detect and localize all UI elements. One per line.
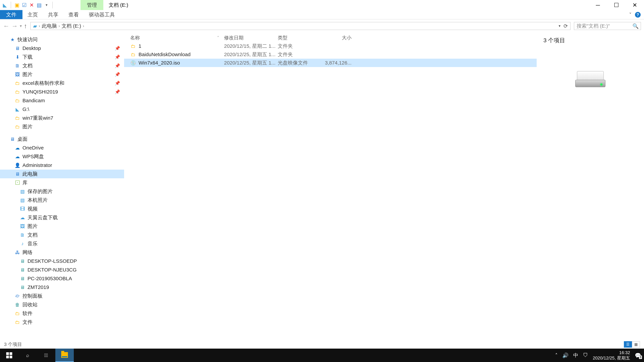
task-view-button[interactable]: ▭⃞ — [37, 349, 55, 362]
preview-title: 3 个项目 — [544, 36, 637, 44]
taskbar-clock[interactable]: 16:32 2020/12/25, 星期五 — [593, 350, 630, 361]
properties-icon[interactable]: ▤ — [36, 2, 42, 8]
file-explorer-taskbar-button[interactable] — [55, 349, 74, 362]
sidebar-item-network-pc[interactable]: 🖥DESKTOP-LSSOEDP — [0, 257, 124, 266]
checkbox-icon[interactable]: ☑ — [21, 2, 28, 8]
column-header-date[interactable]: 修改日期 — [224, 34, 278, 41]
sidebar-item-folder[interactable]: 🗀软件 — [0, 309, 124, 318]
sidebar-item-control-panel[interactable]: ⛮控制面板 — [0, 292, 124, 300]
thumbnails-view-button[interactable]: ▦ — [632, 341, 640, 348]
sidebar-item-library[interactable]: 🗎文档 — [0, 231, 124, 239]
titlebar: ◣ ▣ ☑ ✕ ▤ ▾ 管理 文档 (E:) ─ ☐ ✕ — [0, 0, 644, 10]
close-icon[interactable]: ✕ — [28, 2, 35, 8]
sidebar-item-downloads[interactable]: ⬇下载📌 — [0, 53, 124, 61]
ribbon-tab-share[interactable]: 共享 — [43, 10, 64, 19]
forward-button[interactable]: → — [12, 22, 18, 30]
sidebar-desktop-root[interactable]: 🖥桌面 — [0, 135, 124, 143]
minimize-button[interactable]: ─ — [589, 0, 607, 10]
search-icon[interactable]: 🔍 — [632, 23, 639, 29]
start-button[interactable] — [0, 349, 18, 362]
search-input[interactable]: 搜索"文档 (E:)" 🔍 — [574, 22, 641, 30]
help-button[interactable]: ? — [635, 12, 641, 17]
sidebar-item-folder[interactable]: 🗀文件 — [0, 318, 124, 327]
folder-icon[interactable]: ▣ — [14, 2, 20, 8]
file-row[interactable]: 🗀1 2020/12/15, 星期二 1... 文件夹 — [124, 42, 537, 50]
sidebar-item-library[interactable]: ▧本机照片 — [0, 196, 124, 204]
sidebar-item-folder[interactable]: 🗀excel表格制作求和📌 — [0, 79, 124, 87]
security-icon[interactable]: ⛉ — [583, 353, 588, 358]
ribbon-tab-home[interactable]: 主页 — [22, 10, 43, 19]
refresh-button[interactable]: ⟳ — [564, 23, 568, 29]
sidebar-item-desktop[interactable]: 🖥Desktop📌 — [0, 44, 124, 53]
file-row[interactable]: 💿Win7x64_2020.iso 2020/12/25, 星期五 1... 光… — [124, 59, 537, 67]
volume-icon[interactable]: 🔊 — [562, 353, 568, 358]
pin-icon: 📌 — [115, 46, 120, 51]
file-list[interactable]: 名称˄ 修改日期 类型 大小 🗀1 2020/12/15, 星期二 1... 文… — [124, 32, 537, 340]
sidebar-item-wps[interactable]: ☁WPS网盘 — [0, 152, 124, 161]
ribbon-collapse-icon[interactable]: ˅ — [629, 12, 632, 18]
sidebar-item-network-pc[interactable]: 🖥ZMT2019 — [0, 283, 124, 292]
column-header-name[interactable]: 名称˄ — [130, 34, 224, 41]
sidebar-item-pictures[interactable]: 🖼图片📌 — [0, 70, 124, 79]
pictures-icon: 🖼 — [14, 71, 20, 77]
sidebar-item-library[interactable]: ☁天翼云盘下载 — [0, 213, 124, 222]
sidebar-item-drive-g[interactable]: ◣G:\ — [0, 105, 124, 114]
sidebar-item-network[interactable]: 🖧网络 — [0, 248, 124, 257]
chevron-right-icon[interactable]: › — [58, 24, 60, 28]
action-center-button[interactable]: 💬 — [635, 353, 641, 358]
ribbon-tab-drive-tools[interactable]: 驱动器工具 — [84, 10, 120, 19]
column-header-type[interactable]: 类型 — [278, 34, 323, 41]
sidebar-item-library[interactable]: 🎞视频 — [0, 204, 124, 213]
address-dropdown-icon[interactable]: ▾ — [559, 24, 560, 28]
chevron-right-icon[interactable]: › — [39, 24, 40, 28]
sidebar-item-label: 文档 — [28, 232, 38, 239]
ribbon-tab-view[interactable]: 查看 — [64, 10, 84, 19]
folder-icon: 🗀 — [14, 115, 20, 121]
sidebar-item-library[interactable]: ♪音乐 — [0, 239, 124, 248]
file-row[interactable]: 🗀BaiduNetdiskDownload 2020/12/25, 星期五 1.… — [124, 50, 537, 59]
sidebar-item-folder[interactable]: 🗀win7重装win7 — [0, 114, 124, 122]
sidebar-item-label: 回收站 — [22, 301, 38, 308]
close-button[interactable]: ✕ — [626, 0, 644, 10]
ime-indicator[interactable]: 中 — [573, 352, 578, 359]
sidebar-item-network-pc[interactable]: 🖥PC-20190530OBLA — [0, 274, 124, 283]
search-button[interactable]: ⌕ — [18, 349, 37, 362]
ribbon-tab-file[interactable]: 文件 — [0, 10, 22, 19]
sidebar-item-folder[interactable]: 🗀图片 — [0, 122, 124, 131]
sidebar-item-label: YUNQISHI2019 — [22, 89, 58, 95]
chevron-right-icon[interactable]: › — [83, 24, 84, 28]
sidebar-item-this-pc[interactable]: 🖥此电脑 — [0, 170, 124, 178]
column-header-size[interactable]: 大小 — [323, 34, 352, 41]
sidebar-item-label: DESKTOP-LSSOEDP — [28, 258, 77, 264]
navigation-pane[interactable]: ★ 快速访问 🖥Desktop📌 ⬇下载📌 🗎文档📌 🖼图片📌 🗀excel表格… — [0, 32, 124, 340]
maximize-button[interactable]: ☐ — [607, 0, 626, 10]
breadcrumb[interactable]: 文档 (E:) — [62, 23, 81, 29]
folder-icon: 🗀 — [14, 89, 20, 95]
sidebar-item-library[interactable]: 🖼图片 — [0, 222, 124, 231]
back-button[interactable]: ← — [3, 22, 10, 30]
sidebar-item-libraries[interactable]: 🞔库 — [0, 178, 124, 187]
sidebar-item-label: 库 — [22, 179, 28, 186]
tray-overflow-icon[interactable]: ˄ — [555, 353, 558, 358]
qat-dropdown-icon[interactable]: ▾ — [43, 2, 50, 8]
address-bar[interactable]: ▰ › 此电脑 › 文档 (E:) › ▾ ⟳ — [30, 22, 570, 30]
contextual-tab-manage[interactable]: 管理 — [80, 0, 103, 10]
sidebar-item-documents[interactable]: 🗎文档📌 — [0, 61, 124, 70]
sidebar-item-label: 网络 — [22, 249, 32, 256]
sidebar-quick-access[interactable]: ★ 快速访问 — [0, 35, 124, 44]
file-type: 文件夹 — [278, 43, 323, 50]
video-icon: 🎞 — [20, 206, 26, 212]
sidebar-item-folder[interactable]: 🗀YUNQISHI2019📌 — [0, 87, 124, 96]
sidebar-item-user[interactable]: 👤Administrator — [0, 161, 124, 170]
history-dropdown-icon[interactable]: ▾ — [20, 24, 22, 28]
breadcrumb[interactable]: 此电脑 — [42, 23, 57, 29]
sidebar-item-recycle-bin[interactable]: 🗑回收站 — [0, 300, 124, 309]
sidebar-item-library[interactable]: ▧保存的图片 — [0, 187, 124, 196]
up-button[interactable]: ↑ — [24, 22, 27, 30]
sidebar-item-label: Administrator — [22, 162, 52, 168]
sidebar-item-folder[interactable]: 🗀Bandicam — [0, 96, 124, 105]
details-view-button[interactable]: ☰ — [624, 341, 632, 348]
sidebar-item-onedrive[interactable]: ☁OneDrive — [0, 143, 124, 152]
pin-icon: 📌 — [115, 89, 120, 94]
sidebar-item-network-pc[interactable]: 🖥DESKTOP-NJEU3CG — [0, 266, 124, 274]
